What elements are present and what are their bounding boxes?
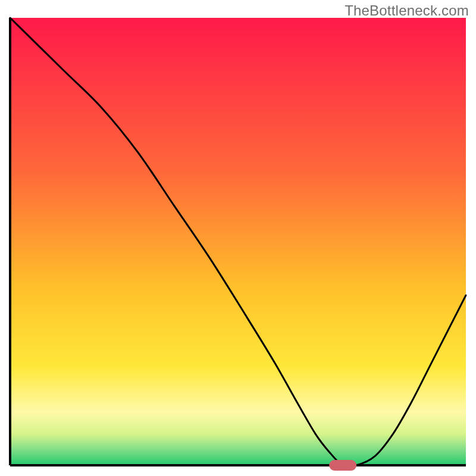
watermark-label: TheBottleneck.com — [345, 2, 469, 19]
bottleneck-chart: TheBottleneck.com — [0, 0, 476, 476]
optimal-marker — [329, 460, 356, 471]
chart-svg — [0, 0, 476, 476]
